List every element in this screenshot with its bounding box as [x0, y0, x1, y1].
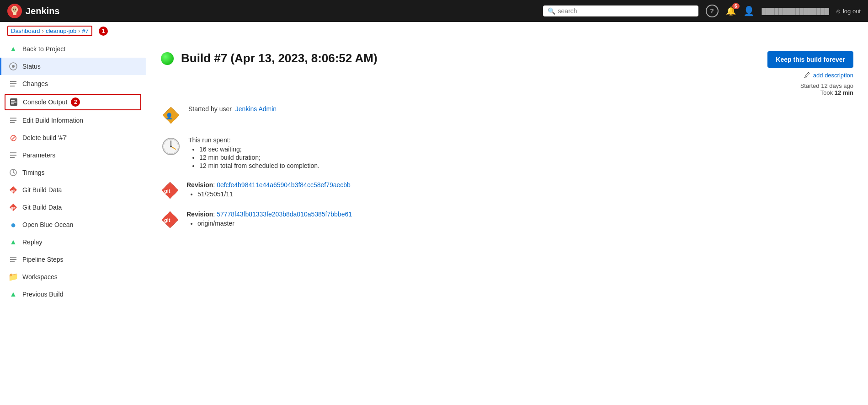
sidebar-item-label: Previous Build — [22, 291, 64, 298]
breadcrumb-badge: 1 — [99, 27, 108, 36]
run-spent-item-0: 16 sec waiting; — [199, 146, 853, 153]
sidebar-item-git-build-data-2[interactable]: git Git Build Data — [0, 199, 146, 216]
svg-line-22 — [13, 173, 15, 173]
took-duration: 12 min — [835, 89, 853, 96]
sidebar-item-label: Git Build Data — [22, 204, 62, 211]
revision-2-content: Revision: 57778f43fb81333fe203b8da010a53… — [186, 211, 853, 228]
started-by-user-link[interactable]: Jenkins Admin — [235, 105, 277, 113]
git-icon-2: git — [161, 211, 179, 229]
run-spent-item-2: 12 min total from scheduled to completio… — [199, 162, 853, 169]
svg-rect-15 — [10, 120, 16, 121]
timings-icon — [9, 168, 18, 177]
revision-2-ref-0: origin/master — [197, 220, 853, 227]
svg-rect-18 — [10, 155, 16, 156]
sidebar-item-console-output[interactable]: Console Output 2 — [5, 94, 141, 110]
edit-icon: 🖊 — [804, 71, 810, 79]
header: Jenkins 🔍 ? 🔔 6 👤 ████████████████ ⎋ log… — [0, 0, 868, 22]
svg-point-36 — [170, 146, 172, 147]
search-bar[interactable]: 🔍 — [543, 5, 698, 16]
took-label: Took — [820, 89, 833, 96]
sidebar-item-pipeline-steps[interactable]: Pipeline Steps — [0, 251, 146, 268]
breadcrumb-sep-1: › — [42, 27, 44, 34]
breadcrumb-container: Dashboard › cleanup-job › #7 — [7, 26, 92, 36]
sidebar-item-label: Back to Project — [22, 45, 65, 53]
svg-text:👤: 👤 — [165, 112, 173, 120]
delete-build-icon: ⊘ — [9, 133, 18, 142]
sidebar-item-changes[interactable]: Changes — [0, 75, 146, 92]
breadcrumb-job[interactable]: cleanup-job — [46, 27, 76, 34]
started-by-content: Started by user Jenkins Admin — [188, 105, 853, 114]
svg-rect-19 — [10, 157, 15, 158]
svg-text:git: git — [164, 188, 170, 194]
svg-rect-4 — [13, 13, 16, 15]
sidebar-item-edit-build-info[interactable]: Edit Build Information — [0, 112, 146, 129]
sidebar-item-label: Edit Build Information — [22, 117, 83, 124]
add-description-link[interactable]: add description — [813, 72, 853, 79]
status-icon — [9, 62, 18, 71]
svg-text:git: git — [11, 189, 16, 193]
run-spent-label: This run spent: — [188, 136, 853, 144]
sidebar-item-replay[interactable]: ▲ Replay — [0, 233, 146, 251]
parameters-icon — [9, 151, 18, 160]
sidebar-item-previous-build[interactable]: ▲ Previous Build — [0, 286, 146, 303]
svg-rect-16 — [10, 122, 15, 123]
sidebar: ▲ Back to Project Status Changes Console… — [0, 40, 146, 404]
sidebar-item-label: Changes — [22, 80, 48, 87]
svg-point-3 — [15, 9, 16, 10]
layout: ▲ Back to Project Status Changes Console… — [0, 40, 868, 404]
sidebar-item-label: Open Blue Ocean — [22, 221, 73, 228]
sidebar-item-label: Pipeline Steps — [22, 256, 64, 263]
svg-rect-28 — [10, 259, 16, 260]
search-icon: 🔍 — [548, 7, 555, 15]
sidebar-item-delete-build[interactable]: ⊘ Delete build '#7' — [0, 129, 146, 146]
breadcrumb-dashboard[interactable]: Dashboard — [11, 27, 40, 34]
git-build-data-1-icon: git — [9, 185, 18, 194]
revision-2-label: Revision — [186, 211, 213, 218]
git-build-data-2-icon: git — [9, 203, 18, 212]
svg-point-6 — [12, 65, 15, 68]
top-right-area: Keep this build forever 🖊 add descriptio… — [767, 51, 853, 96]
svg-rect-7 — [10, 81, 16, 82]
revision-1-ref-0: 51/25051/11 — [197, 190, 853, 198]
svg-rect-29 — [10, 261, 15, 262]
svg-rect-8 — [10, 83, 16, 84]
user-icon[interactable]: 👤 — [743, 5, 755, 16]
run-spent-list: 16 sec waiting; 12 min build duration; 1… — [199, 146, 853, 169]
sidebar-item-open-blue-ocean[interactable]: ● Open Blue Ocean — [0, 216, 146, 233]
started-by-prefix: Started by user — [188, 105, 232, 113]
notifications-button[interactable]: 🔔 6 — [726, 6, 736, 16]
git-icon-1: git — [161, 181, 179, 200]
previous-build-icon: ▲ — [9, 290, 18, 299]
revision-1-hash: 0efcfe4b98411e44a65904b3f84cc58ef79aecbb — [217, 181, 351, 189]
search-input[interactable] — [558, 7, 694, 15]
logout-label: log out — [843, 8, 861, 15]
sidebar-item-label: Replay — [22, 238, 43, 246]
user-diamond-icon: 👤 — [161, 105, 181, 125]
svg-point-2 — [13, 9, 14, 10]
sidebar-item-label: Status — [22, 63, 41, 70]
sidebar-item-parameters[interactable]: Parameters — [0, 146, 146, 164]
back-to-project-icon: ▲ — [9, 44, 18, 54]
jenkins-logo-icon — [7, 4, 22, 18]
svg-text:git: git — [11, 206, 16, 210]
revision-1-section: git Revision: 0efcfe4b98411e44a65904b3f8… — [161, 181, 853, 200]
breadcrumb-build[interactable]: #7 — [82, 27, 89, 34]
sidebar-item-label: Git Build Data — [22, 186, 62, 194]
pipeline-steps-icon — [9, 255, 18, 264]
logout-button[interactable]: ⎋ log out — [836, 8, 861, 15]
sidebar-item-workspaces[interactable]: 📁 Workspaces — [0, 268, 146, 286]
sidebar-item-git-build-data-1[interactable]: git Git Build Data — [0, 181, 146, 199]
sidebar-item-label: Delete build '#7' — [22, 134, 68, 141]
svg-rect-13 — [11, 103, 14, 104]
keep-build-button[interactable]: Keep this build forever — [767, 51, 853, 68]
sidebar-item-label: Parameters — [22, 151, 55, 159]
changes-icon — [9, 79, 18, 88]
console-output-icon — [9, 97, 18, 107]
sidebar-item-back-to-project[interactable]: ▲ Back to Project — [0, 40, 146, 58]
sidebar-item-label: Timings — [22, 169, 45, 176]
sidebar-item-status[interactable]: Status — [0, 58, 146, 75]
breadcrumb: Dashboard › cleanup-job › #7 1 — [0, 22, 868, 40]
sidebar-item-timings[interactable]: Timings — [0, 164, 146, 181]
clock-icon — [161, 136, 181, 157]
help-button[interactable]: ? — [706, 5, 719, 17]
